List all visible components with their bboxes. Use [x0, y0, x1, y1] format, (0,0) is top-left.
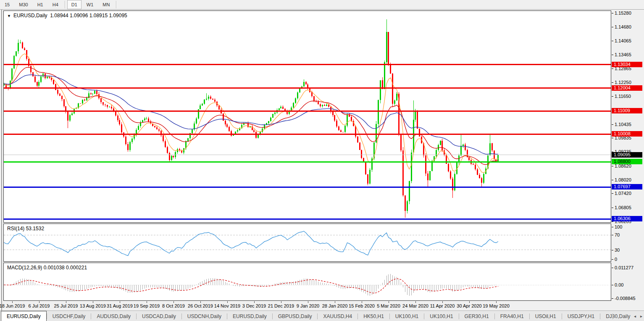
chart-title: ▼EURUSD,Daily 1.08944 1.09096 1.08915 1.… — [7, 13, 127, 18]
chart-tab-bar: EURUSD,DailyUSDCHF,DailyAUDUSD,DailyUSDC… — [0, 310, 644, 321]
macd-tick-label: 0.011277 — [615, 265, 633, 270]
timeframe-button-d1[interactable]: D1 — [67, 0, 81, 9]
symbol-tab-eurusd-daily[interactable]: EURUSD,Daily — [1, 311, 47, 321]
price-axis[interactable]: 1.152801.146801.140651.134651.128651.122… — [611, 10, 644, 302]
tab-scroll-left-icon[interactable]: ◂ — [634, 314, 636, 318]
date-tick-mark — [66, 301, 66, 303]
level-price-label: 1.07697 — [612, 184, 642, 189]
ma-slow-line — [4, 75, 498, 154]
symbol-tab-usdcad-daily[interactable]: USDCAD,Daily — [137, 311, 181, 321]
timeframe-button-w1[interactable]: W1 — [82, 0, 98, 9]
date-tick-mark — [39, 301, 39, 303]
timeframe-button-15[interactable]: 15 — [0, 0, 14, 9]
timeframe-toolbar: 15M30H1H4D1W1MN — [0, 0, 644, 10]
toolbar-separator — [65, 1, 65, 8]
symbol-tab-usdcnh-daily[interactable]: USDCNH,Daily — [182, 311, 227, 321]
date-tick-mark — [308, 301, 308, 303]
macd-tick-mark — [612, 268, 613, 268]
date-tick-label: 21 Dec 2019 — [268, 303, 294, 308]
date-tick-mark — [12, 301, 13, 303]
chart-symbol-label: EURUSD,Daily — [13, 13, 47, 18]
date-tick-label: 9 Jan 2020 — [297, 303, 319, 308]
timeframe-button-m30[interactable]: M30 — [15, 0, 32, 9]
date-tick-mark — [120, 301, 120, 303]
date-tick-mark — [93, 301, 93, 303]
macd-tick-mark — [612, 298, 613, 299]
date-tick-label: 25 Jul 2019 — [54, 303, 78, 308]
macd-indicator-panel[interactable]: MACD(12,26,9) 0.001038 0.000221 — [3, 263, 611, 301]
price-tick-label: 1.06805 — [615, 205, 631, 210]
timeframe-button-mn[interactable]: MN — [98, 0, 114, 9]
price-tick-mark — [612, 96, 613, 97]
price-tick-mark — [612, 68, 613, 69]
price-tick-mark — [612, 138, 613, 138]
date-tick-label: 8 Oct 2019 — [162, 303, 185, 308]
symbol-tab-usdjpy-h1[interactable]: USDJPY,H1 — [562, 311, 600, 321]
date-tick-mark — [200, 301, 201, 303]
date-tick-label: 28 Jan 2020 — [322, 303, 348, 308]
rsi-tick-mark — [612, 250, 613, 250]
symbol-tab-audusd-daily[interactable]: AUDUSD,Daily — [91, 311, 136, 321]
mt4-terminal: 15M30H1H4D1W1MN ▼EURUSD,Daily 1.08944 1.… — [0, 0, 644, 321]
date-tick-mark — [281, 301, 281, 303]
price-tick-mark — [612, 82, 613, 83]
date-tick-mark — [362, 301, 362, 303]
chart-ohlc-values: 1.08944 1.09096 1.08915 1.09095 — [50, 13, 127, 18]
rsi-tick-label: 100 — [615, 224, 622, 229]
price-tick-label: 1.15280 — [615, 11, 631, 16]
symbol-tab-xauusd-h4[interactable]: XAUUSD,H4 — [318, 311, 357, 321]
symbol-tab-gbpusd-daily[interactable]: GBPUSD,Daily — [273, 311, 318, 321]
date-tick-mark — [415, 301, 416, 303]
date-tick-label: 24 Mar 2020 — [402, 303, 428, 308]
symbol-tab-uk100-h1[interactable]: UK100,H1 — [390, 311, 424, 321]
date-axis[interactable]: 18 Jun 20196 Jul 201925 Jul 201913 Aug 2… — [3, 301, 611, 310]
rsi-tick-label: 70 — [615, 232, 620, 237]
date-tick-mark — [469, 301, 470, 303]
price-tick-mark — [612, 208, 613, 208]
date-tick-mark — [254, 301, 255, 303]
date-tick-mark — [389, 301, 389, 303]
date-tick-label: 30 Apr 2020 — [457, 303, 481, 308]
rsi-tick-mark — [612, 227, 613, 227]
level-price-label: 1.08800 — [612, 159, 642, 164]
price-tick-mark — [612, 193, 613, 194]
rsi-tick-label: 0 — [615, 257, 617, 262]
symbol-tab-usoil-h1[interactable]: USOil,H1 — [530, 311, 562, 321]
collapse-arrow-icon[interactable]: ▼ — [7, 14, 11, 18]
level-price-label: 1.06306 — [612, 216, 642, 221]
date-tick-mark — [173, 301, 174, 303]
symbol-tab-eurusd-daily[interactable]: EURUSD,Daily — [227, 311, 272, 321]
rsi-tick-label: 30 — [615, 247, 620, 253]
date-tick-mark — [147, 301, 147, 303]
macd-tick-label: 0.00 — [615, 282, 623, 287]
current-price-label: 1.09095 — [612, 152, 642, 158]
tab-arrows-separator — [612, 313, 613, 319]
tab-scroll-arrows: ◂▸ — [612, 311, 642, 321]
symbol-tab-fra40-h1[interactable]: FRA40,H1 — [495, 311, 529, 321]
date-tick-mark — [335, 301, 335, 303]
price-tick-mark — [612, 41, 613, 41]
timeframe-button-h1[interactable]: H1 — [33, 0, 47, 9]
date-tick-label: 19 May 2020 — [483, 303, 510, 308]
date-tick-label: 6 Jul 2019 — [29, 303, 50, 308]
timeframe-button-h4[interactable]: H4 — [48, 0, 63, 9]
price-tick-mark — [612, 166, 613, 166]
date-tick-label: 5 Mar 2020 — [377, 303, 400, 308]
toolbar-separator — [116, 1, 116, 8]
level-price-label: 1.12004 — [612, 85, 642, 91]
rsi-indicator-panel[interactable]: RSI(14) 53.1532 — [3, 224, 611, 262]
main-price-chart[interactable]: ▼EURUSD,Daily 1.08944 1.09096 1.08915 1.… — [3, 11, 611, 223]
symbol-tab-ger30-h1[interactable]: GER30,H1 — [459, 311, 494, 321]
price-tick-mark — [612, 27, 613, 27]
date-tick-mark — [496, 301, 497, 303]
price-tick-mark — [612, 180, 613, 180]
symbol-tab-hk50-h1[interactable]: HK50,H1 — [358, 311, 389, 321]
date-tick-mark — [227, 301, 228, 303]
price-tick-label: 1.12250 — [615, 80, 631, 85]
date-tick-label: 15 Feb 2020 — [349, 303, 375, 308]
date-tick-label: 18 Jun 2019 — [0, 303, 25, 308]
tab-scroll-right-icon[interactable]: ▸ — [640, 314, 642, 318]
price-tick-label: 1.14680 — [615, 24, 631, 29]
symbol-tab-usdchf-daily[interactable]: USDCHF,Daily — [47, 311, 91, 321]
symbol-tab-uk100-h1[interactable]: UK100,H1 — [424, 311, 458, 321]
